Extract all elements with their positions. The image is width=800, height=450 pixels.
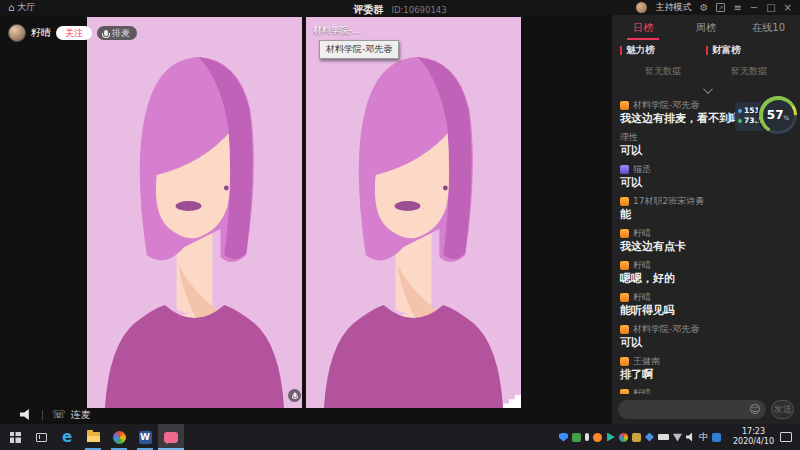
chevron-down-icon: [702, 84, 712, 94]
rank-section: 财富榜暂无数据: [706, 44, 792, 78]
video-panel-remote[interactable]: [306, 17, 521, 408]
lobby-nav[interactable]: ⌂ 大厅: [0, 1, 35, 14]
clock-time: 17:23: [733, 427, 774, 437]
file-explorer[interactable]: [80, 424, 106, 450]
connect-mic-button[interactable]: 连麦: [71, 408, 91, 422]
speaker-icon[interactable]: [20, 409, 33, 420]
phone-icon[interactable]: ☏: [52, 409, 66, 420]
menu-icon[interactable]: ≡: [733, 2, 741, 13]
emoji-icon[interactable]: ☺: [749, 404, 760, 415]
follow-button[interactable]: 关注: [56, 26, 92, 40]
send-button[interactable]: 发送: [771, 400, 794, 419]
host-name: 籽晴: [31, 26, 51, 40]
tab-在线10[interactable]: 在线10: [737, 15, 800, 40]
rank-title-text: 财富榜: [712, 44, 741, 57]
level-badge-icon: [620, 261, 629, 270]
colorful-app-icon[interactable]: [619, 433, 628, 442]
chat-icon: [164, 432, 178, 443]
rank-sections: 魅力榜暂无数据财富榜暂无数据: [612, 40, 800, 78]
chat-message-header: 17材职2班宋诗勇: [620, 196, 792, 207]
chat-message: 材料学院-邓先蓉可以: [620, 324, 792, 349]
task-view-button[interactable]: [28, 424, 54, 450]
chat-message: 籽晴嗯嗯，好的: [620, 260, 792, 285]
host-info-overlay: 籽晴 关注 排麦: [8, 24, 137, 42]
start-button[interactable]: [2, 424, 28, 450]
download-dot-icon: [738, 119, 742, 123]
usage-percent: 57: [767, 108, 784, 122]
chat-message-list[interactable]: 材料学院-邓先蓉我这边有排麦，看不到吗？理性可以猫丞可以17材职2班宋诗勇能籽晴…: [612, 94, 800, 394]
windows-taskbar: eW 中 17:23 2020/4/10: [0, 424, 800, 450]
taskbar-clock[interactable]: 17:23 2020/4/10: [727, 427, 780, 447]
chat-message-header: 籽晴: [620, 292, 792, 303]
volume-tray-icon[interactable]: [686, 433, 695, 442]
chat-message: 籽晴能听得见吗: [620, 292, 792, 317]
edge-browser[interactable]: e: [54, 424, 80, 450]
chat-app[interactable]: [158, 424, 184, 450]
usb-device-icon[interactable]: [632, 433, 641, 442]
tab-label: 日榜: [633, 21, 653, 35]
tab-周榜[interactable]: 周榜: [675, 15, 738, 40]
microphone-tray-icon[interactable]: [585, 433, 589, 441]
browser-360[interactable]: [106, 424, 132, 450]
close-button[interactable]: ×: [784, 2, 792, 13]
chat-username[interactable]: 材料学院-邓先蓉: [633, 100, 699, 111]
chat-message: 17材职2班宋诗勇能: [620, 196, 792, 221]
mic-queue-button[interactable]: 排麦: [97, 26, 137, 40]
battery-icon[interactable]: [658, 434, 669, 440]
action-center-icon[interactable]: [780, 432, 792, 442]
network-monitor-widget[interactable]: 151 KB/s 73.5 KB/s 57 %: [735, 96, 797, 138]
edge-icon: e: [62, 430, 72, 445]
chat-username[interactable]: 王健南: [633, 356, 660, 367]
media-player-icon[interactable]: [606, 433, 615, 442]
collapse-button[interactable]: [612, 78, 800, 94]
rank-section: 魅力榜暂无数据: [620, 44, 706, 78]
room-title: 评委群: [353, 4, 383, 15]
ball-icon: [113, 431, 126, 444]
chat-username[interactable]: 籽晴: [633, 388, 651, 394]
chat-text: 嗯嗯，好的: [620, 272, 792, 285]
chat-username[interactable]: 材料学院-邓先蓉: [633, 324, 699, 335]
host-mode-label[interactable]: 主持模式: [655, 1, 691, 14]
tab-日榜[interactable]: 日榜: [612, 15, 675, 40]
green-app-icon[interactable]: [572, 433, 581, 442]
defender-shield-icon[interactable]: [559, 433, 568, 442]
blue-app-icon[interactable]: [712, 433, 721, 442]
user-avatar[interactable]: [636, 2, 647, 13]
chat-input-row: ☺ 发送: [618, 399, 794, 419]
chat-username[interactable]: 17材职2班宋诗勇: [633, 196, 704, 207]
network-signal-icon[interactable]: [673, 433, 682, 442]
level-badge-icon: [620, 293, 629, 302]
word-app[interactable]: W: [132, 424, 158, 450]
chat-username[interactable]: 猫丞: [633, 164, 651, 175]
video-panel-local[interactable]: [87, 17, 302, 408]
settings-icon[interactable]: ⚙: [699, 2, 708, 13]
live-room-window: ⌂ 大厅 评委群 ID:10690143 主持模式 ⚙ ↗ ≡ − □ ×: [0, 0, 800, 450]
microphone-icon: [293, 393, 296, 398]
usage-gauge: 57 %: [759, 96, 797, 134]
ime-indicator[interactable]: 中: [699, 433, 708, 442]
maximize-button[interactable]: □: [766, 2, 775, 13]
level-badge-icon: [620, 229, 629, 238]
chat-text: 我这边有点卡: [620, 240, 792, 253]
host-avatar[interactable]: [8, 24, 26, 42]
explorer-icon: [87, 432, 100, 442]
bluetooth-icon[interactable]: [645, 433, 654, 442]
chat-message-header: 籽晴: [620, 228, 792, 239]
chat-input-wrap: ☺: [618, 400, 766, 419]
chat-input[interactable]: [624, 404, 749, 415]
system-tray: 中: [559, 433, 727, 442]
mute-indicator-button[interactable]: [288, 389, 301, 402]
chat-username[interactable]: 理性: [620, 132, 638, 143]
chat-username[interactable]: 籽晴: [633, 228, 651, 239]
rank-empty-text: 暂无数据: [706, 65, 792, 78]
stream-controls-bar: ☏ 连麦: [0, 406, 612, 423]
minimize-button[interactable]: −: [750, 2, 758, 13]
chat-username[interactable]: 籽晴: [633, 260, 651, 271]
chat-text: 能: [620, 208, 792, 221]
tab-label: 周榜: [696, 21, 716, 35]
window-titlebar: ⌂ 大厅 评委群 ID:10690143 主持模式 ⚙ ↗ ≡ − □ ×: [0, 0, 800, 15]
divider: [42, 410, 43, 420]
orange-app-icon[interactable]: [593, 433, 602, 442]
popout-icon[interactable]: ↗: [716, 3, 725, 12]
chat-username[interactable]: 籽晴: [633, 292, 651, 303]
